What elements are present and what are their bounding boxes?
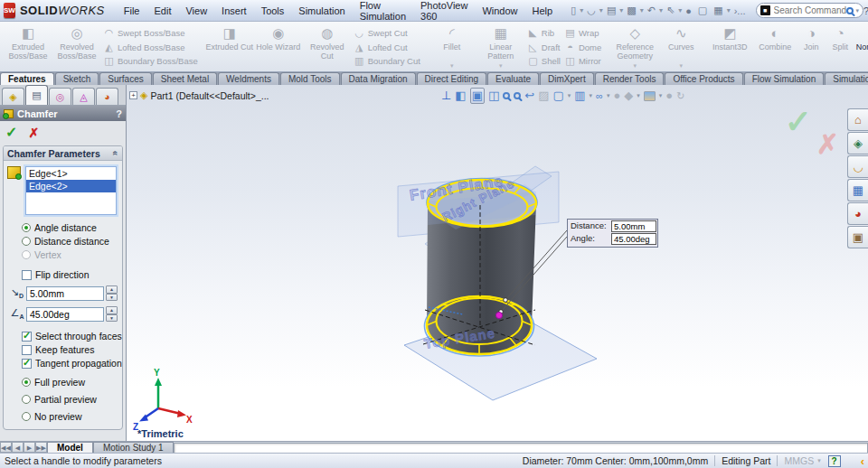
hide-show-caret-icon[interactable]: ▾ [607,92,610,99]
tab-features[interactable]: Features [0,72,54,85]
shaded-with-edges-icon[interactable]: ▣ [470,88,485,104]
swept-boss-base-button[interactable]: ◠ Swept Boss/Base [103,26,198,40]
view-orientation-caret-icon[interactable]: ▾ [590,92,593,99]
instant3d-button[interactable]: ◩ Instant3D [706,23,753,70]
rebuild-icon[interactable]: ● [683,5,694,17]
tab-motion-study[interactable]: Motion Study 1 [93,442,174,453]
file-properties-icon[interactable]: ▢ [695,4,710,17]
checkbox-select-through-faces[interactable]: Select through faces [22,331,118,342]
expand-tree-icon[interactable]: + [129,91,137,99]
help-icon[interactable]: ? [863,5,868,16]
angle-input[interactable] [26,307,104,322]
radio-partial-preview[interactable]: Partial preview [22,394,118,405]
tab-direct-editing[interactable]: Direct Editing [417,72,486,85]
normal-to-button[interactable]: ⊥ Normal To [854,23,868,70]
curves-caret-icon[interactable]: ▾ [680,62,684,70]
hide-show-items-icon[interactable]: ∞ [596,89,603,103]
quick-tips-icon[interactable]: ? [828,455,841,467]
radio-distance-distance[interactable]: Distance distance [22,236,118,247]
tab-mold-tools[interactable]: Mold Tools [280,72,340,85]
normal-to-view-icon[interactable]: ⊥ [441,89,451,103]
expand-statusbar-icon[interactable]: ‹ [861,454,868,468]
combine-button[interactable]: ◐ Combine [753,23,797,70]
checkbox-tangent-propagation[interactable]: Tangent propagation [22,358,118,369]
edge-list-item[interactable]: Edge<1> [26,167,116,180]
custom-properties-button[interactable]: ▣ [847,226,868,248]
view-cube-left-icon[interactable]: ◧ [455,89,466,103]
scroll-prev-icon[interactable]: ◀ [12,442,24,453]
dialog-help-button[interactable]: ? [116,108,122,119]
fillet-caret-icon[interactable]: ▾ [450,62,454,70]
tab-weldments[interactable]: Weldments [218,72,279,85]
swept-cut-button[interactable]: ◡ Swept Cut [354,26,420,40]
menu-tools[interactable]: Tools [255,3,291,19]
fillet-button[interactable]: ◜ Fillet ▾ [428,23,476,70]
appearance-gem-icon[interactable]: ◆ [624,89,633,103]
status-units[interactable]: MMGS [784,455,814,466]
feature-manager-tab[interactable]: ◈ [2,88,24,105]
tab-render-tools[interactable]: Render Tools [595,72,665,85]
tab-model[interactable]: Model [47,442,93,453]
new-document-icon[interactable]: ▯ [568,4,579,17]
split-button[interactable]: ◔ Split [826,23,854,70]
shell-button[interactable]: ▢ Shell [527,54,561,68]
scroll-next-icon[interactable]: ▶ [24,442,35,453]
menu-flow-simulation[interactable]: Flow Simulation [354,0,412,24]
save-icon[interactable]: ▤ [604,4,618,17]
edge-list-item-selected[interactable]: Edge<2> [26,180,116,192]
group-header[interactable]: Chamfer Parameters « [4,146,122,161]
search-commands-box[interactable]: ■ ▾ [756,3,864,18]
revolved-boss-base-button[interactable]: ◎ Revolved Boss/Base [52,23,101,70]
display-style-icon[interactable]: ▢ [552,89,563,103]
confirmation-cancel-icon[interactable]: ✗ [816,128,839,160]
checkbox-keep-features[interactable]: Keep features [22,344,118,355]
chamfer-callout[interactable]: Distance: 5.00mm Angle: 45.00deg [567,219,658,248]
open-document-icon[interactable]: ◡ [584,4,599,17]
wrap-button[interactable]: ▤ Wrap [564,26,601,40]
undo-icon[interactable]: ↶ [645,4,658,17]
extruded-cut-button[interactable]: ◨ Extruded Cut [205,23,254,70]
view-palette-button[interactable]: ▦ [847,179,868,201]
edit-appearance-icon[interactable]: ● [613,89,620,103]
display-style-caret-icon[interactable]: ▾ [568,92,571,99]
scroll-last-icon[interactable]: ▶▶ [35,442,47,453]
callout-angle-value[interactable]: 45.00deg [611,233,656,245]
design-library-button[interactable]: ◈ [847,132,868,154]
view-cube-right-icon[interactable]: ◫ [488,89,499,103]
dimxpert-manager-tab[interactable]: ◬ [72,88,95,105]
appearances-button[interactable]: ◕ [847,202,868,225]
view-settings-icon[interactable]: ● [665,89,673,103]
graphics-viewport[interactable]: Front Plane Right Plane Top Plane Y X Z [127,85,868,441]
appearance-caret-icon[interactable]: ▾ [637,92,640,99]
scroll-first-icon[interactable]: ◀◀ [0,442,12,453]
menu-help[interactable]: Help [526,3,560,19]
units-caret-icon[interactable]: ▾ [817,457,821,464]
search-caret-icon[interactable]: ▾ [856,7,860,14]
tab-flow-simulation[interactable]: Flow Simulation [744,72,825,85]
revolved-cut-button[interactable]: ◍ Revolved Cut [303,23,352,70]
tab-simulation[interactable]: Simulation [825,72,868,85]
options-icon[interactable]: ▦ [711,4,725,17]
radio-angle-distance[interactable]: Angle distance [22,222,118,233]
search-icon[interactable] [846,7,854,14]
ok-button[interactable]: ✓ [5,124,17,141]
tab-surfaces[interactable]: Surfaces [99,72,151,85]
callout-distance-value[interactable]: 5.00mm [611,220,656,232]
menu-view[interactable]: View [179,3,213,19]
radio-full-preview[interactable]: Full preview [22,377,118,388]
rib-button[interactable]: ◣ Rib [527,26,561,40]
tab-sketch[interactable]: Sketch [55,72,99,85]
lofted-cut-button[interactable]: ◮ Lofted Cut [354,41,420,54]
menu-file[interactable]: File [118,3,146,19]
tab-data-migration[interactable]: Data Migration [341,72,416,85]
select-icon[interactable]: ⇖ [664,4,677,17]
view-orientation-icon[interactable]: ▥ [574,89,585,103]
edge-selection-list[interactable]: Edge<1> Edge<2> [25,166,117,215]
hole-wizard-button[interactable]: ◉ Hole Wizard [254,23,303,70]
boundary-cut-button[interactable]: ▥ Boundary Cut [354,54,420,68]
tab-dimxpert[interactable]: DimXpert [540,72,594,85]
extruded-boss-base-button[interactable]: ◧ Extruded Boss/Base [4,23,52,70]
zoom-to-fit-icon[interactable] [503,92,510,99]
solidworks-resources-button[interactable]: ⌂ [847,108,868,131]
search-input[interactable] [774,5,846,15]
